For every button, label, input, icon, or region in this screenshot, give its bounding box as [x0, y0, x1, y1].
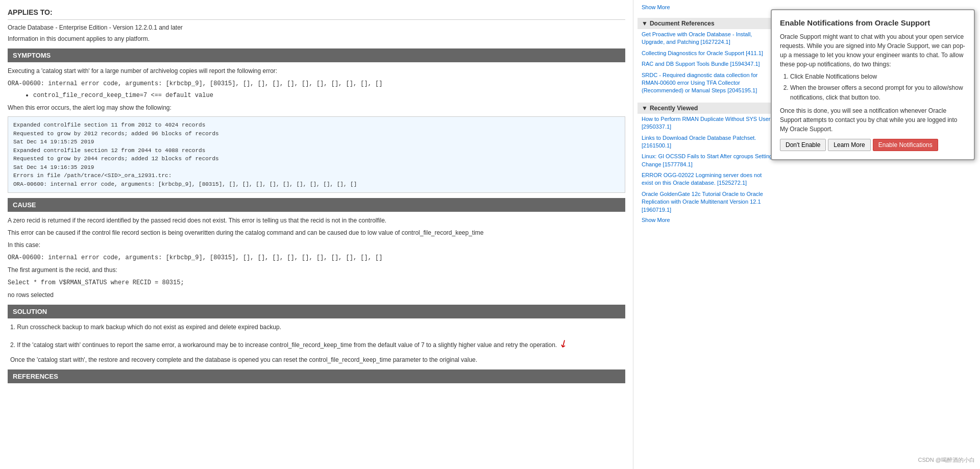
solution-header: SOLUTION — [8, 305, 625, 318]
collapse-icon: ▼ — [642, 20, 648, 27]
doc-ref-link-2[interactable]: RAC and DB Support Tools Bundle [1594347… — [638, 59, 777, 69]
watermark: CSDN @喝醉酒的小白 — [918, 456, 975, 464]
doc-ref-link-3[interactable]: SRDC - Required diagnostic data collecti… — [638, 70, 777, 96]
cause-para3: In this case: — [8, 240, 625, 250]
recent-link-0[interactable]: How to Perform RMAN Duplicate Without SY… — [638, 114, 777, 133]
recently-viewed-header[interactable]: ▼ Recently Viewed — [638, 103, 777, 114]
red-arrow-icon: ↙ — [555, 335, 571, 352]
doc-references-header[interactable]: ▼ Document References — [638, 18, 777, 29]
popup-buttons: Don't Enable Learn More Enable Notificat… — [780, 139, 966, 151]
show-more-top[interactable]: Show More — [638, 3, 777, 12]
popup-list: Click Enable Notifications below When th… — [790, 72, 966, 103]
recent-link-4[interactable]: Oracle GoldenGate 12c Tutorial Oracle to… — [638, 189, 777, 215]
solution-item1: 1. Run crosscheck backup to mark backup … — [10, 323, 625, 332]
solution-item2: 2. If the 'catalog start with' continues… — [10, 336, 625, 351]
learn-more-button[interactable]: Learn More — [828, 139, 870, 151]
applies-to-line2: Information in this document applies to … — [8, 34, 625, 43]
cause-error2: ORA-00600: internal error code, argument… — [8, 253, 625, 262]
doc-ref-link-1[interactable]: Collecting Diagnostics for Oracle Suppor… — [638, 48, 777, 59]
cause-para4: The first argument is the recid, and thu… — [8, 265, 625, 275]
popup-para2: Once this is done, you will see a notifi… — [780, 106, 966, 134]
popup-list-item-0: Click Enable Notifications below — [790, 72, 966, 82]
cause-header: CAUSE — [8, 198, 625, 212]
popup-para1: Oracle Support might want to chat with y… — [780, 32, 966, 69]
cause-para5: no rows selected — [8, 290, 625, 300]
collapse-icon-2: ▼ — [642, 105, 648, 112]
recent-link-2[interactable]: Linux: GI OCSSD Fails to Start After cgr… — [638, 151, 777, 170]
symptoms-bullet: control_file_record_keep_time=7 <== defa… — [33, 91, 625, 99]
references-header: REFERENCES — [8, 369, 625, 383]
sidebar-doc-references: ▼ Document References Get Proactive with… — [638, 18, 777, 96]
sidebar-recently-viewed: ▼ Recently Viewed How to Perform RMAN Du… — [638, 103, 777, 225]
solution-item3: Once the 'catalog start with', the resto… — [10, 355, 625, 364]
right-sidebar: Show More ▼ Document References Get Proa… — [633, 0, 781, 469]
applies-to-line1: Oracle Database - Enterprise Edition - V… — [8, 23, 625, 32]
show-more-recent[interactable]: Show More — [638, 215, 777, 225]
symptoms-code-block: Expanded controlfile section 11 from 201… — [8, 116, 625, 193]
symptoms-error1: ORA-00600: internal error code, argument… — [8, 79, 625, 88]
symptoms-para2: When this error occurs, the alert log ma… — [8, 103, 625, 112]
notification-popup: Enable Notifications from Oracle Support… — [771, 9, 975, 160]
applies-to-header: APPLIES TO: — [8, 5, 625, 20]
cause-para1: A zero recid is returned if the record i… — [8, 216, 625, 225]
cause-para2: This error can be caused if the control … — [8, 228, 625, 237]
popup-title: Enable Notifications from Oracle Support — [780, 18, 966, 27]
recent-link-1[interactable]: Links to Download Oracle Database Patchs… — [638, 133, 777, 152]
popup-list-item-1: When the browser offers a second prompt … — [790, 83, 966, 103]
popup-body: Oracle Support might want to chat with y… — [780, 32, 966, 134]
cause-sql: Select * from V$RMAN_STATUS where RECID … — [8, 278, 625, 287]
recent-link-3[interactable]: ERROR OGG-02022 Logmining server does no… — [638, 170, 777, 189]
sidebar-top-section: Show More — [638, 3, 777, 12]
doc-ref-link-0[interactable]: Get Proactive with Oracle Database - Ins… — [638, 29, 777, 48]
symptoms-para1: Executing a 'catalog start with' for a l… — [8, 66, 625, 76]
symptoms-header: SYMPTOMS — [8, 48, 625, 62]
enable-notifications-button[interactable]: Enable Notifications — [873, 139, 938, 151]
dont-enable-button[interactable]: Don't Enable — [780, 139, 826, 151]
